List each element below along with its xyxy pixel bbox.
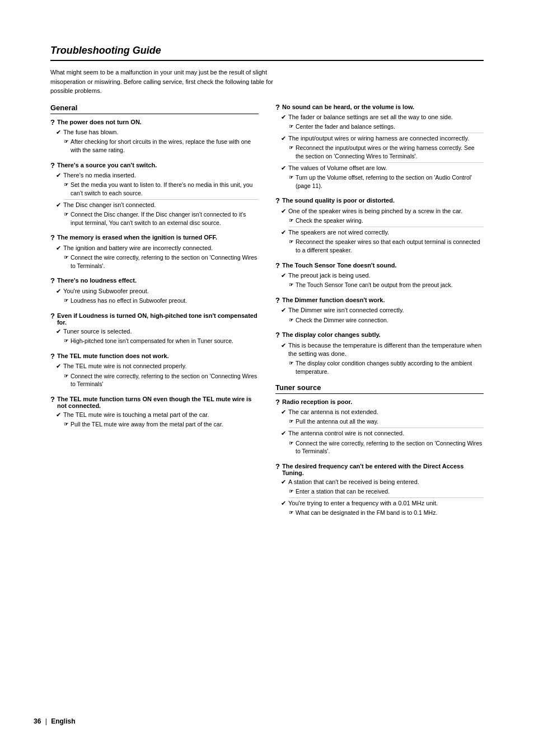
answer-row-power-1: ✔ The fuse has blown. [56,128,259,137]
ref-icon-nosound-2: ☞ [289,145,293,151]
right-column: ? No sound can be heard, or the volume i… [275,104,484,525]
answer-row-sq-2: ✔ The speakers are not wired correctly. [281,228,484,237]
ref-icon-nosound-3: ☞ [289,175,293,180]
checkmark-memory-1: ✔ [56,245,61,252]
question-soundquality-text: The sound quality is poor or distorted. [282,197,395,204]
question-touchsensor-text: The Touch Sensor Tone doesn't sound. [282,262,397,269]
question-frequency-text: The desired frequency can't be entered w… [282,463,484,476]
ref-text-sq-2: Reconnect the speaker wires so that each… [296,238,484,254]
trouble-item-frequency: ? The desired frequency can't be entered… [275,463,484,519]
left-column: General ? The power does not turn ON. ✔ … [50,104,259,525]
checkmark-radio-2: ✔ [281,430,286,437]
answer-power: ✔ The fuse has blown. ☞ After checking f… [56,128,259,156]
ref-icon-nosound-1: ☞ [289,124,293,129]
trouble-item-touchsensor: ? The Touch Sensor Tone doesn't sound. ✔… [275,262,484,291]
ref-icon-sq-2: ☞ [289,239,293,245]
ref-row-freq-2: ☞ What can be designated in the FM band … [289,509,484,519]
checkmark-source-1: ✔ [56,172,61,179]
footer-separator: | [45,717,47,725]
checkmark-radio-1: ✔ [281,408,286,416]
answer-loudness: ✔ You're using Subwoofer preout. ☞ Loudn… [56,287,259,307]
question-tel-mute-nowork: ? The TEL mute function does not work. [50,353,259,360]
question-loudness: ? There's no loudness effect. [50,277,259,285]
answer-text-nosound-1: The fader or balance settings are set al… [288,113,453,121]
ref-icon-freq-2: ☞ [289,510,293,515]
ref-text-nosound-3: Turn up the Volume offset, referring to … [296,173,484,190]
checkmark-highpitch-1: ✔ [56,328,61,335]
ref-icon-ts-1: ☞ [289,282,293,288]
checkmark-nosound-2: ✔ [281,135,286,142]
question-highpitch-text: Even if Loudness is turned ON, high-pitc… [57,312,259,326]
question-nosound-text: No sound can be heard, or the volume is … [282,104,414,110]
ref-icon-highpitch-1: ☞ [64,338,68,344]
answer-row-nosound-2: ✔ The input/output wires or wiring harne… [281,134,484,143]
trouble-item-power: ? The power does not turn ON. ✔ The fuse… [50,119,259,156]
ref-row-tel-mute-on-1: ☞ Pull the TEL mute wire away from the m… [64,420,259,430]
ref-row-source-1: ☞ Set the media you want to listen to. I… [64,181,259,199]
q-mark-loudness: ? [50,277,55,285]
answer-tel-mute-nowork: ✔ The TEL mute wire is not connected pro… [56,362,259,390]
ref-text-radio-1: Pull the antenna out all the way. [296,417,378,426]
ref-icon-dimmer-1: ☞ [289,317,293,323]
tuner-section-title: Tuner source [275,383,484,394]
answer-text-nosound-2: The input/output wires or wiring harness… [288,134,469,143]
trouble-item-displaycolor: ? The display color changes subtly. ✔ Th… [275,331,484,377]
answer-text-source-1: There's no media inserted. [63,171,136,180]
answer-text-radio-1: The car antenna is not extended. [288,408,378,416]
checkmark-nosound-1: ✔ [281,114,286,121]
answer-row-ts-1: ✔ The preout jack is being used. [281,271,484,280]
ref-row-radio-2: ☞ Connect the wire correctly, referring … [289,439,484,457]
ref-icon-loudness-1: ☞ [64,298,68,303]
question-dimmer-text: The Dimmer function doesn't work. [282,297,385,303]
answer-text-freq-1: A station that can't be received is bein… [288,478,419,486]
page-title: Troubleshooting Guide [50,45,484,61]
answer-source: ✔ There's no media inserted. ☞ Set the m… [56,171,259,229]
ref-text-memory-1: Connect the wire correctly, referring to… [71,253,259,270]
q-mark-dimmer: ? [275,297,280,304]
question-source-text: There's a source you can't switch. [57,162,157,168]
answer-text-nosound-3: The values of Volume offset are low. [288,164,387,172]
answer-text-highpitch-1: Tuner source is selected. [63,327,132,336]
question-soundquality: ? The sound quality is poor or distorted… [275,197,484,205]
ref-row-loudness-1: ☞ Loudness has no effect in Subwoofer pr… [64,297,259,307]
question-power: ? The power does not turn ON. [50,119,259,126]
question-memory: ? The memory is erased when the ignition… [50,234,259,242]
answer-row-highpitch-1: ✔ Tuner source is selected. [56,327,259,336]
ref-row-highpitch-1: ☞ High-pitched tone isn't compensated fo… [64,337,259,347]
ref-row-nosound-2: ☞ Reconnect the input/output wires or th… [289,144,484,162]
general-section-title: General [50,104,259,114]
answer-text-dc-1: This is because the temperature is diffe… [288,341,484,359]
answer-row-tel-mute-nowork-1: ✔ The TEL mute wire is not connected pro… [56,362,259,370]
ref-icon-radio-1: ☞ [289,419,293,424]
trouble-item-tel-mute-on: ? The TEL mute function turns ON even th… [50,396,259,430]
answer-tel-mute-on: ✔ The TEL mute wire is touching a metal … [56,411,259,430]
question-tel-mute-nowork-text: The TEL mute function does not work. [57,353,169,359]
ref-row-memory-1: ☞ Connect the wire correctly, referring … [64,253,259,271]
footer-language: English [51,717,75,725]
question-touchsensor: ? The Touch Sensor Tone doesn't sound. [275,262,484,270]
question-displaycolor: ? The display color changes subtly. [275,331,484,339]
answer-row-nosound-1: ✔ The fader or balance settings are set … [281,113,484,121]
ref-icon-dc-1: ☞ [289,360,293,366]
q-mark-soundquality: ? [275,197,280,205]
answer-text-source-2: The Disc changer isn't connected. [63,201,156,209]
trouble-item-nosound: ? No sound can be heard, or the volume i… [275,104,484,192]
question-nosound: ? No sound can be heard, or the volume i… [275,104,484,111]
page-footer: 36 | English [34,717,76,725]
checkmark-loudness-1: ✔ [56,288,61,295]
ref-text-dimmer-1: Check the Dimmer wire connection. [296,316,388,325]
answer-dimmer: ✔ The Dimmer wire isn't connected correc… [281,306,484,326]
question-dimmer: ? The Dimmer function doesn't work. [275,297,484,304]
question-highpitch: ? Even if Loudness is turned ON, high-pi… [50,312,259,326]
trouble-item-memory: ? The memory is erased when the ignition… [50,234,259,271]
question-loudness-text: There's no loudness effect. [57,277,137,284]
answer-nosound: ✔ The fader or balance settings are set … [281,113,484,192]
q-mark-source: ? [50,162,55,170]
answer-soundquality: ✔ One of the speaker wires is being pinc… [281,207,484,256]
trouble-item-soundquality: ? The sound quality is poor or distorted… [275,197,484,256]
ref-row-dimmer-1: ☞ Check the Dimmer wire connection. [289,316,484,326]
ref-text-sq-1: Check the speaker wiring. [296,217,363,225]
footer-page-number: 36 [34,717,41,725]
ref-icon-freq-1: ☞ [289,489,293,494]
checkmark-sq-1: ✔ [281,208,286,215]
